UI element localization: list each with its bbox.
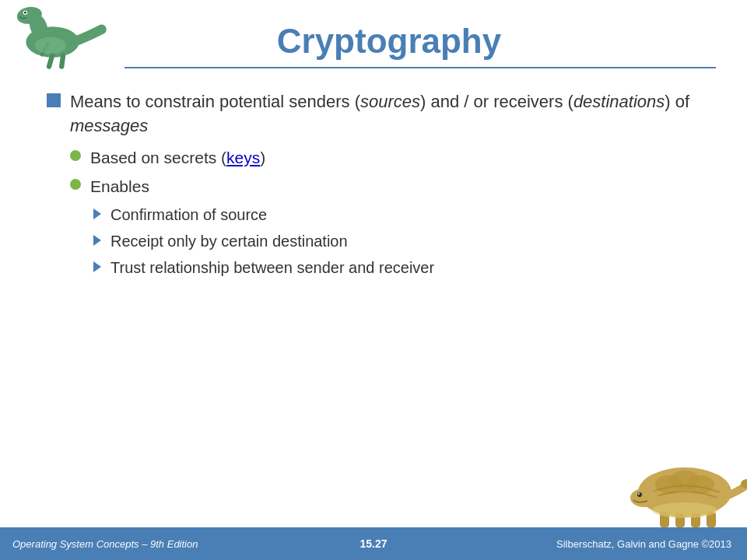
bullet-l3-text-1: Confirmation of source (110, 204, 267, 226)
bullet-l2-text-2: Enables (90, 175, 149, 198)
svg-point-13 (630, 488, 658, 507)
footer-edition-text: Operating System Concepts – 9th Edition (12, 538, 198, 550)
bullet-l3-text-2: Receipt only by certain destination (110, 230, 348, 252)
keys-link[interactable]: keys (226, 149, 260, 166)
bullet-l2-item-2: Enables (70, 175, 700, 198)
bullet-l2-item-1: Based on secrets (keys) (70, 146, 700, 169)
square-bullet-icon (47, 93, 61, 107)
bullet-l2-text-1: Based on secrets (keys) (90, 146, 265, 169)
footer: Operating System Concepts – 9th Edition … (0, 527, 747, 560)
footer-left: Operating System Concepts – 9th Edition (12, 538, 198, 550)
bullet-l1-text: Means to constrain potential senders (so… (70, 90, 700, 138)
dino-bottom-right-image (622, 442, 747, 527)
footer-slide-number: 15.27 (359, 537, 387, 550)
title-underline (124, 67, 716, 68)
svg-point-14 (637, 492, 642, 497)
sub-sub-bullets-container: Confirmation of source Receipt only by c… (93, 204, 700, 278)
bullet-l3-item-3: Trust relationship between sender and re… (93, 257, 700, 278)
sub-bullets-container: Based on secrets (keys) Enables Confirma… (70, 146, 700, 279)
bullet-l1-item: Means to constrain potential senders (so… (47, 90, 700, 138)
slide: Cryptography Means to constrain potentia… (0, 0, 747, 560)
circle-bullet-icon-1 (70, 150, 81, 161)
circle-bullet-icon-2 (70, 179, 81, 190)
bullet-l3-item-2: Receipt only by certain destination (93, 230, 700, 252)
svg-point-15 (638, 493, 640, 495)
arrow-bullet-icon-3 (93, 261, 101, 272)
arrow-bullet-icon-2 (93, 235, 101, 246)
arrow-bullet-icon-1 (93, 208, 101, 219)
page-title: Cryptography (62, 14, 716, 67)
bullet-l3-item-1: Confirmation of source (93, 204, 700, 226)
footer-copyright-text: Silberschatz, Galvin and Gagne ©2013 (556, 538, 731, 550)
svg-point-21 (652, 502, 717, 518)
bullet-l3-text-3: Trust relationship between sender and re… (110, 257, 434, 278)
header: Cryptography (0, 0, 747, 68)
